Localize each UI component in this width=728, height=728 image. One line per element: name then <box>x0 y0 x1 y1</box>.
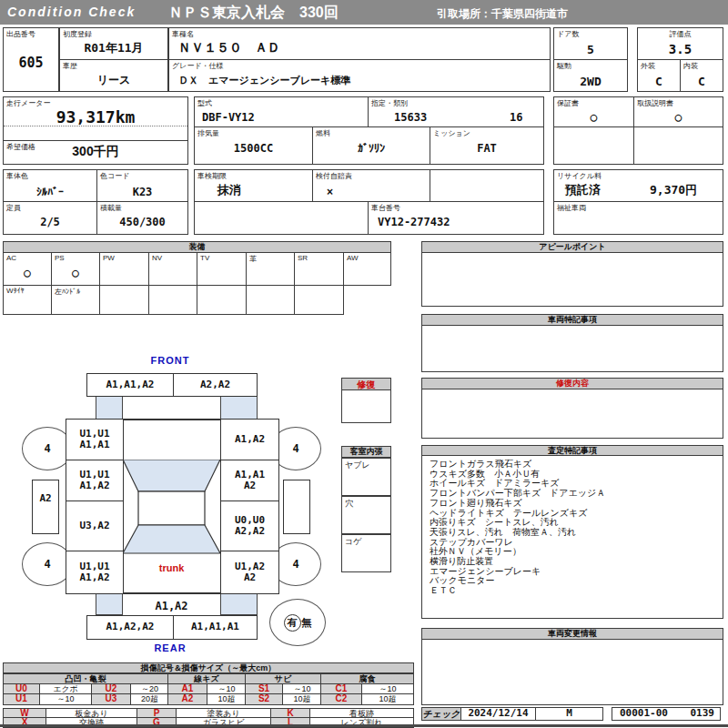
equipment-row2-cell <box>148 285 197 315</box>
doors-label: ドア数 <box>557 29 579 39</box>
model-code-value: DBF-VY12 <box>202 111 368 124</box>
check-label: チェック <box>421 707 461 721</box>
first-registration-label: 初度登録 <box>63 29 92 39</box>
cabin-row-tear: ヤブレ <box>341 458 391 496</box>
fuel-label: 燃料 <box>316 128 330 138</box>
legend-code: A2 <box>167 693 207 705</box>
equipment-col-aw: AW <box>343 252 391 286</box>
equipment-extra-label: 左ﾊﾝﾄﾞﾙ <box>55 287 80 297</box>
grade-cell: グレード・仕様 ＤＸ エマージェンシーブレーキ標準 <box>168 59 551 92</box>
odometer-price-cell: 走行メーター 93,317km 希望価格 300千円 <box>3 96 188 165</box>
insurance-mark: × <box>327 186 430 198</box>
right-side-step <box>283 480 310 534</box>
equipment-row2-cell: Wﾀｲﾔ <box>3 285 52 315</box>
check-inspector-cell: M <box>535 707 603 721</box>
body-color-label: 車体色 <box>6 171 28 181</box>
equipment-label: AC <box>6 254 16 262</box>
color-code-cell: 色コード K23 <box>96 169 188 202</box>
color-code-label: 色コード <box>100 171 129 181</box>
welfare-cell: 福祉車両 <box>553 201 723 235</box>
rating-label: 評価点 <box>638 29 723 39</box>
panel-left-fender: U1,U1 A1,A1 <box>66 419 124 460</box>
legend-code: U3 <box>91 693 131 705</box>
capacity-cell: 定員 2/5 <box>3 201 97 235</box>
cabin-row-hole: 穴 <box>341 496 391 534</box>
interior-cell: 内装 C <box>680 59 723 92</box>
cabin-header: 客室内張 <box>341 446 391 458</box>
displacement-cell: 排気量 1500CC <box>194 126 313 165</box>
manual-cell: 取扱説明書 ○ <box>633 96 723 127</box>
cabin-row-burn: コゲ <box>341 534 391 572</box>
recycle-fee: 9,370円 <box>650 182 723 198</box>
drive-label: 駆動 <box>557 61 571 71</box>
model-code-cell: 型式 DBF-VY12 <box>194 96 369 127</box>
equipment-row2-cell <box>294 285 344 315</box>
rating-value: 3.5 <box>638 42 723 56</box>
panel-right-front-door: A1,A1 A2 <box>220 460 279 501</box>
equipment-col-ps: PS ○ <box>51 252 100 286</box>
rear-bumper-left-cell: A1,A2,A2 <box>86 615 174 640</box>
equipment-col-nv: NV <box>148 252 197 286</box>
drive-value: 2WD <box>554 75 627 88</box>
transmission-cell: ミッション FAT <box>430 126 544 165</box>
auction-title: ＮＰＳ東京入札会 330回 <box>168 4 339 23</box>
equipment-label: TV <box>200 254 209 262</box>
assessment-item: フロント廻り飛石キズ <box>430 499 715 509</box>
grade-value: ＤＸ エマージェンシーブレーキ標準 <box>178 74 550 87</box>
brand-logo: Condition Check <box>7 5 136 19</box>
equipment-row2-cell: 左ﾊﾝﾄﾞﾙ <box>51 285 100 315</box>
check-code-cell: 00001-00 0139 <box>612 707 721 721</box>
equipment-label: 革 <box>249 254 257 264</box>
legend-desc: 10超 <box>207 693 247 705</box>
cabin-row-label: 穴 <box>345 498 353 510</box>
history-cell: 車歴 リース <box>59 59 168 92</box>
lot-number-label: 出品番号 <box>6 29 35 39</box>
equipment-row2-cell <box>197 285 247 315</box>
insurance-cell: 検付自賠責 × <box>312 169 430 202</box>
warranty-label: 保証書 <box>557 98 579 108</box>
assessment-header: 査定特記事項 <box>421 445 723 456</box>
equipment-mark: ○ <box>52 266 99 279</box>
vehicle-notes-body <box>421 326 723 372</box>
chassis-label: 車台番号 <box>371 203 400 213</box>
legend-code: S2 <box>245 693 283 705</box>
rating-cell: 評価点 3.5 <box>637 27 723 60</box>
history-value: リース <box>60 73 167 88</box>
legend-title: 損傷記号＆損傷サイズ（～最大cm） <box>3 662 414 673</box>
equipment-label: SR <box>298 254 308 262</box>
first-registration-value: R01年11月 <box>60 40 167 56</box>
repair-mini-body <box>341 390 391 423</box>
check-date-cell: 2024/12/14 <box>460 707 536 721</box>
auction-sheet: Condition Check ＮＰＳ東京入札会 330回 引取場所：千葉県四街… <box>0 0 728 728</box>
grade-label: グレード・仕様 <box>172 61 224 71</box>
rear-pillar-right <box>220 593 258 615</box>
rear-pillar-left <box>96 593 123 615</box>
class-label: 指定・類別 <box>371 98 408 108</box>
repair-mini-header: 修復 <box>341 378 391 390</box>
appeal-body <box>421 253 723 307</box>
legend-code: U1 <box>3 693 40 705</box>
first-registration-cell: 初度登録 R01年11月 <box>59 27 168 60</box>
assessment-body: フロントガラス飛石キズ ウスキズ多数 小Ａ小Ｕ有 ホイールキズ ドアミラーキズ … <box>421 456 723 619</box>
interior-value: C <box>681 75 723 88</box>
fuel-value: ｶﾞｿﾘﾝ <box>313 142 430 155</box>
check-inspector: M <box>536 707 602 719</box>
appeal-header: アピールポイント <box>421 241 723 253</box>
rear-gate-value: A1,A2 <box>123 600 220 612</box>
front-label: FRONT <box>138 355 202 366</box>
asking-price-value: 300千円 <box>4 144 187 160</box>
doors-value: 5 <box>554 43 627 56</box>
transmission-label: ミッション <box>433 128 470 138</box>
color-code-value: K23 <box>97 186 187 198</box>
equipment-col-ac: AC ○ <box>3 252 52 286</box>
equipment-col-sr: SR <box>294 252 344 286</box>
legend-desc: ～10 <box>39 693 92 705</box>
class-cell: 指定・類別 15633 16 <box>368 96 544 127</box>
panel-left-rear-door: U3,A2 <box>66 500 124 551</box>
exterior-label: 外装 <box>641 61 655 71</box>
body-color-cell: 車体色 ｼﾙﾊﾞｰ <box>3 169 97 202</box>
equipment-mark: ○ <box>4 266 51 279</box>
cabin-row-label: ヤブレ <box>345 460 370 471</box>
page-bottom-rule <box>0 724 728 727</box>
panel-left-front-door: U1,U1 A1,A2 <box>66 460 124 501</box>
